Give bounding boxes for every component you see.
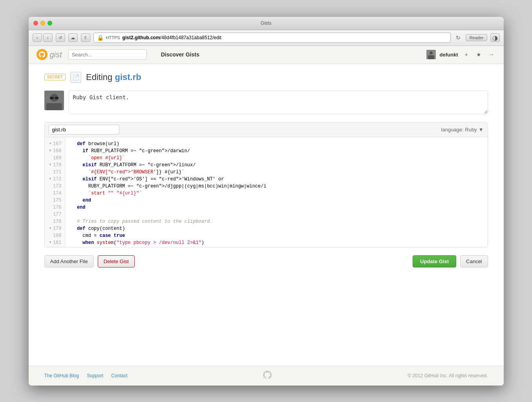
nav-right: defunkt + ★ → (426, 50, 496, 59)
footer-logo (263, 371, 272, 381)
description-area: Ruby Gist client. (44, 91, 488, 114)
line-number: ▼168 (45, 147, 65, 155)
url-domain: gist2.github.com (122, 35, 160, 40)
svg-rect-2 (428, 55, 434, 59)
profile-button[interactable]: ◑ (490, 33, 500, 42)
line-number: 178 (45, 218, 65, 225)
code-line: RUBY_PLATFORM =~ "c-green">/djgpp|(cyg|m… (71, 183, 488, 190)
search-input[interactable] (68, 49, 147, 60)
code-lines[interactable]: def browse(url) if RUBY_PLATFORM =~ "c-g… (65, 137, 488, 247)
editor-container: language: Ruby ▼ ▼167▼168169▼170171▼1721… (44, 122, 488, 247)
url-bar[interactable]: 🔒 HTTPS gist2.github.com/48d4fb1487a31ab… (93, 33, 451, 43)
line-number: 180 (45, 232, 65, 239)
url-display: gist2.github.com/48d4fb1487a31aba8512/ed… (122, 35, 221, 40)
title-bar: Gists (29, 17, 504, 30)
line-number: 176 (45, 204, 65, 211)
close-button[interactable] (33, 21, 38, 25)
line-number: 175 (45, 197, 65, 204)
code-line: elsif RUBY_PLATFORM =~ "c-green">/linux/ (71, 162, 488, 169)
editor-header: language: Ruby ▼ (45, 122, 488, 137)
history-button[interactable]: ↺ (56, 33, 65, 42)
code-line: def browse(url) (71, 140, 488, 147)
github-navbar: gist Discover Gists defunkt + ★ → (29, 46, 504, 64)
reload-button[interactable]: ↻ (454, 33, 463, 42)
nav-username: defunkt (440, 52, 458, 58)
svg-rect-5 (46, 103, 62, 110)
line-number: ▼179 (45, 225, 65, 232)
description-textarea[interactable]: Ruby Gist client. (69, 91, 488, 114)
page-heading: Editing gist.rb (86, 72, 141, 82)
share-button[interactable]: ⇧ (81, 33, 90, 42)
filename-input[interactable] (49, 125, 119, 135)
line-number: 169 (45, 155, 65, 162)
line-number: ▼181 (45, 239, 65, 246)
lock-icon: 🔒 (97, 35, 104, 41)
delete-gist-button[interactable]: Delete Gist (98, 255, 135, 267)
language-label: language: Ruby (441, 127, 477, 133)
minimize-button[interactable] (40, 21, 45, 25)
discover-gists-link[interactable]: Discover Gists (161, 51, 199, 58)
nav-buttons: ‹ › (33, 33, 53, 42)
add-another-file-button[interactable]: Add Another File (44, 255, 94, 267)
reader-button[interactable]: Reader (466, 34, 487, 41)
line-number: ▼167 (45, 140, 65, 147)
user-avatar-nav (426, 50, 436, 59)
maximize-button[interactable] (48, 21, 52, 25)
code-area[interactable]: ▼167▼168169▼170171▼172173174175176177178… (45, 137, 488, 247)
footer: The GitHub BlogSupportContact © 2012 Git… (29, 366, 504, 386)
code-line: elsif ENV["c-red">'OS'] == "c-red">'Wind… (71, 176, 488, 183)
forward-button[interactable]: › (43, 33, 53, 42)
page-header: SECRET 📄 Editing gist.rb (44, 72, 488, 83)
code-line: if RUBY_PLATFORM =~ "c-green">/darwin/ (71, 147, 488, 155)
starred-icon[interactable]: ★ (475, 50, 483, 59)
user-avatar-main (44, 91, 64, 110)
https-label: HTTPS (106, 35, 120, 40)
code-line: def copy(content) (71, 225, 488, 232)
line-number: ▼170 (45, 162, 65, 169)
dropdown-arrow-icon: ▼ (479, 127, 484, 133)
line-number: ▼172 (45, 176, 65, 183)
action-bar: Add Another File Delete Gist Update Gist… (44, 255, 488, 267)
url-path: /48d4fb1487a31aba8512/edit (160, 35, 221, 40)
code-line: `#{ENV["c-red">'BROWSER']} #{url}` (71, 169, 488, 176)
window-title: Gists (261, 20, 271, 26)
logo-area[interactable]: gist (37, 49, 62, 60)
footer-copyright: © 2012 GitHub Inc. All rights reserved. (408, 373, 488, 378)
language-selector[interactable]: language: Ruby ▼ (441, 127, 484, 133)
code-line: :pbcopy (71, 246, 488, 247)
line-number: 171 (45, 169, 65, 176)
code-line: end (71, 204, 488, 211)
footer-link[interactable]: Contact (111, 373, 127, 378)
code-line: # Tries to copy passed content to the cl… (71, 218, 488, 225)
line-number: 182 (45, 246, 65, 247)
line-numbers: ▼167▼168169▼170171▼172173174175176177178… (45, 137, 65, 247)
line-number: 177 (45, 211, 65, 218)
code-line: end (71, 197, 488, 204)
traffic-lights (33, 21, 52, 25)
github-logo-icon (37, 49, 48, 60)
footer-link[interactable]: The GitHub Blog (44, 373, 79, 378)
gist-text-logo: gist (50, 50, 62, 59)
line-number: 174 (45, 190, 65, 197)
footer-links: The GitHub BlogSupportContact (44, 373, 128, 378)
heading-filename: gist.rb (115, 72, 141, 82)
cancel-button[interactable]: Cancel (460, 255, 488, 267)
logout-icon[interactable]: → (487, 50, 496, 59)
heading-prefix: Editing (86, 72, 115, 82)
file-icon: 📄 (70, 72, 81, 83)
line-number: 173 (45, 183, 65, 190)
svg-point-1 (430, 51, 433, 55)
code-line (71, 211, 488, 218)
secret-badge: SECRET (44, 74, 66, 80)
footer-link[interactable]: Support (87, 373, 103, 378)
svg-rect-7 (55, 97, 59, 99)
code-line: when system("type pbcopy > /dev/null 2>&… (71, 239, 488, 246)
code-line: cmd = case true (71, 232, 488, 239)
back-button[interactable]: ‹ (33, 33, 42, 42)
update-gist-button[interactable]: Update Gist (413, 255, 456, 267)
code-line: `start "" "#{url}"` (71, 190, 488, 197)
code-line: `open #{url}` (71, 155, 488, 162)
cloud-button[interactable]: ☁ (68, 33, 78, 42)
page-content: SECRET 📄 Editing gist.rb Ruby Gist clien (29, 64, 504, 366)
new-gist-icon[interactable]: + (462, 50, 471, 59)
